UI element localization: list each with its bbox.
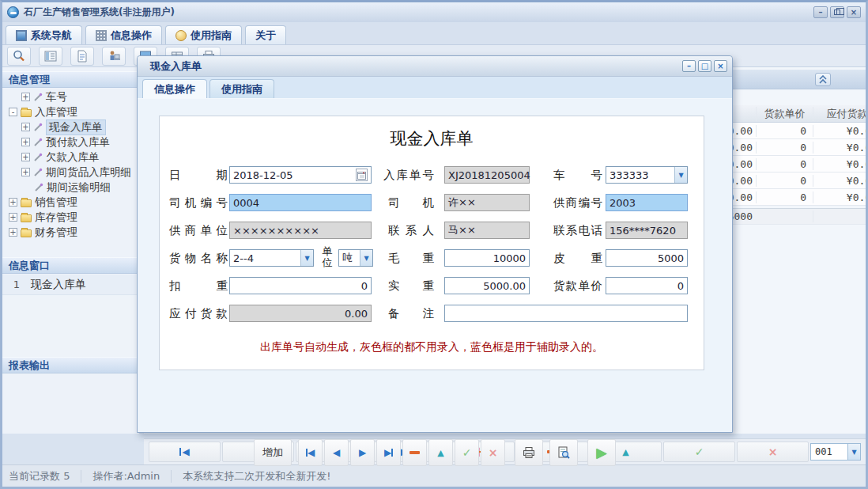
cash-receipt-form: 现金入库单 日期 2018-12-05 入库单号 XJ20181205004 车… <box>159 116 704 370</box>
menu-tab-info-operation[interactable]: 信息操作 <box>85 25 162 44</box>
gross-weight-field[interactable]: 10000 <box>444 249 530 267</box>
print-preview-button[interactable] <box>549 439 578 466</box>
dialog-minimize-button[interactable]: – <box>682 60 696 72</box>
print-button[interactable] <box>515 439 543 466</box>
tree-item-period-transport-detail[interactable]: 期间运输明细 <box>2 180 139 195</box>
dialog-maximize-button[interactable]: □ <box>698 60 711 72</box>
calendar-button[interactable] <box>356 169 368 181</box>
post-record-button[interactable]: ✓ <box>455 439 479 466</box>
execute-button[interactable]: ▶ <box>587 439 616 466</box>
expand-icon[interactable]: + <box>9 228 17 237</box>
expand-icon[interactable]: + <box>9 213 17 222</box>
record-count-status: 当前记录数 5 <box>9 469 70 483</box>
dialog-title-bar[interactable]: 现金入库单 – □ × <box>138 56 732 77</box>
tree-item-finance-management[interactable]: + 财务管理 <box>2 225 139 240</box>
vehicle-no-combo[interactable]: 333333 ▼ <box>606 166 688 184</box>
dialog-tab-info-operation[interactable]: 信息操作 <box>142 79 207 98</box>
tare-weight-field[interactable]: 5000 <box>606 249 688 267</box>
dialog-tab-user-guide[interactable]: 使用指南 <box>209 79 274 98</box>
cancel-record-button[interactable]: × <box>481 439 505 466</box>
menu-tab-user-guide[interactable]: 使用指南 <box>165 25 242 44</box>
next-record-button[interactable]: ▶ <box>350 439 375 466</box>
info-window-item[interactable]: 1 现金入库单 <box>2 275 139 295</box>
supplier-no-field[interactable]: 2003 <box>606 194 688 211</box>
expand-icon[interactable]: + <box>21 123 30 131</box>
menu-tab-system-navigation[interactable]: 系统导航 <box>6 25 82 44</box>
phone-label: 联系电话 <box>553 222 602 239</box>
cash-receipt-dialog: 现金入库单 – □ × 信息操作 使用指南 现金入库单 日期 2018-12-0… <box>137 55 733 433</box>
sidebar: 信息管理 + 车号 - 入库管理 + 现金入库单 + <box>2 67 142 434</box>
add-button[interactable]: 增加 <box>254 439 292 466</box>
tree-item-prepaid-receipt[interactable]: + 预付款入库单 <box>2 135 139 150</box>
report-icon <box>43 49 58 63</box>
tree-item-vehicle-no[interactable]: + 车号 <box>2 89 139 104</box>
close-button[interactable]: × <box>847 6 861 18</box>
cancel-record-button[interactable]: × <box>737 442 809 462</box>
tree-item-period-goods-detail[interactable]: + 期间货品入库明细 <box>2 165 139 180</box>
search-button[interactable] <box>7 47 31 66</box>
form-hint-text: 出库单号自动生成，灰色框的都不用录入，蓝色框是用于辅助录入的。 <box>160 340 704 354</box>
tree-item-inbound-management[interactable]: - 入库管理 <box>2 104 139 119</box>
expand-icon[interactable]: + <box>21 168 30 176</box>
unit-label: 单位 <box>321 246 334 268</box>
expand-icon[interactable]: + <box>21 138 30 146</box>
delete-record-button[interactable] <box>402 439 427 466</box>
tree-item-cash-receipt[interactable]: + 现金入库单 <box>2 119 139 135</box>
tare-weight-label: 皮重 <box>553 249 602 267</box>
chevron-down-icon[interactable]: ▼ <box>674 167 687 183</box>
tree-item-debt-receipt[interactable]: + 欠款入库单 <box>2 150 139 165</box>
first-bar-icon <box>179 448 181 456</box>
post-record-button[interactable]: ✓ <box>663 442 735 462</box>
expand-icon[interactable]: + <box>9 198 17 207</box>
check-icon: ✓ <box>462 447 472 458</box>
status-divider <box>81 470 81 483</box>
table-header-payable[interactable]: 应付货款 <box>813 107 866 121</box>
expand-icon[interactable]: + <box>21 153 30 161</box>
date-field[interactable]: 2018-12-05 <box>229 166 372 184</box>
deduct-weight-field[interactable]: 0 <box>229 277 372 294</box>
tree-item-inventory-management[interactable]: + 库存管理 <box>2 210 139 225</box>
section-info-window[interactable]: 信息窗口 <box>2 257 139 274</box>
dialog-close-button[interactable]: × <box>714 60 727 72</box>
last-record-button[interactable]: ▶ <box>376 439 401 466</box>
goods-name-combo[interactable]: 2--4 ▼ <box>229 249 314 267</box>
collapse-panel-button[interactable] <box>815 73 831 86</box>
user-button[interactable] <box>102 47 126 66</box>
unit-price-field[interactable]: 0 <box>606 277 688 294</box>
tree-item-sales-management[interactable]: + 销售管理 <box>2 195 139 210</box>
driver-no-field[interactable]: 0004 <box>229 194 372 211</box>
edit-record-button[interactable]: ▲ <box>428 439 453 466</box>
section-report-output[interactable]: 报表输出 <box>2 357 139 373</box>
play-icon: ▶ <box>596 446 606 460</box>
expand-icon[interactable]: + <box>21 93 30 101</box>
first-record-button[interactable]: ◀ <box>149 442 221 462</box>
grid-icon <box>96 30 107 41</box>
vehicle-no-label: 车号 <box>553 166 602 184</box>
record-selector-dropdown[interactable]: 001 ▼ <box>810 443 861 461</box>
contact-field: 马×× <box>444 222 530 239</box>
report-button[interactable] <box>39 47 62 66</box>
first-record-button[interactable]: ◀ <box>298 439 323 466</box>
net-weight-field[interactable]: 5000.00 <box>444 277 530 294</box>
status-message: 本系统支持二次开发和全新开发! <box>183 469 330 483</box>
receipt-no-label: 入库单号 <box>383 166 434 184</box>
search-icon <box>12 49 26 63</box>
restore-button[interactable] <box>830 6 844 18</box>
unit-combo[interactable]: 吨 ▼ <box>338 249 373 267</box>
document-button[interactable] <box>70 47 94 66</box>
goods-name-label: 货物名称 <box>169 249 228 267</box>
prev-record-button[interactable]: ◀ <box>324 439 349 466</box>
contact-label: 联系人 <box>388 222 434 239</box>
menu-tab-about[interactable]: 关于 <box>245 25 286 44</box>
minimize-button[interactable]: – <box>813 6 828 18</box>
chevron-down-icon[interactable]: ▼ <box>300 250 313 266</box>
section-info-management[interactable]: 信息管理 <box>2 71 139 88</box>
table-header-unit-price[interactable]: 货款单价 <box>756 107 813 121</box>
status-bar: 当前记录数 5 操作者:Admin 本系统支持二次开发和全新开发! <box>2 464 866 487</box>
help-icon <box>175 30 187 41</box>
collapse-node-icon[interactable]: - <box>9 108 17 116</box>
chevron-down-icon[interactable]: ▼ <box>360 250 372 266</box>
main-window: 石厂生产销售管理系统(非注册用户) – × 系统导航 信息操作 使用指南 关于 <box>0 0 868 489</box>
remark-field[interactable] <box>444 305 688 322</box>
app-icon <box>7 6 19 18</box>
